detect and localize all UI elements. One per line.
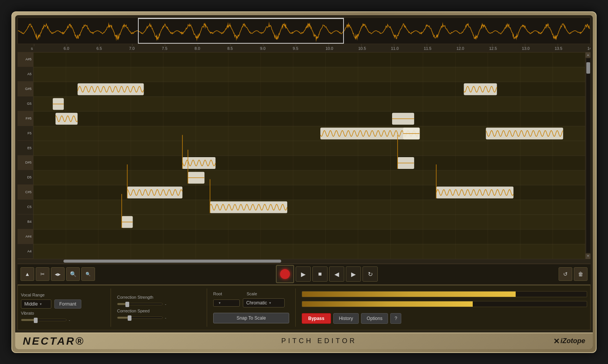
vibrato-label: Vibrato [21,311,104,315]
inner-frame: A#5A5G#5G5F#5F5E5D#5D5C#5C5B4A#4A4 ▲ ▼ ▲… [15,15,593,349]
vscroll-up-btn[interactable]: ▲ [586,52,591,58]
forward-icon: ▶ [351,271,356,278]
toolbar-right: ↺ 🗑 [559,267,587,281]
piano-key-label: A5 [27,72,32,76]
undo-btn[interactable]: ↺ [559,267,572,281]
piano-key-label: G#5 [25,87,32,91]
forward-btn[interactable]: ▶ [346,266,361,282]
scissors-icon: ✂ [40,271,45,277]
piano-key-cs5: C#5 [17,185,33,200]
bottom-controls: Vocal Range Middle ▼ Formant Vibrato - [17,285,591,330]
piano-key-label: A4 [27,249,32,253]
divider-3 [295,288,296,327]
piano-key-as5: A#5 [17,52,33,67]
correction-strength-row: - [117,302,201,306]
correction-strength-label: Correction Strength [117,295,201,299]
brand-nectar: NECTAR® [23,335,85,347]
waveform-overview[interactable] [17,17,591,44]
vibrato-row: - [21,318,104,322]
bypass-btn[interactable]: Bypass [302,313,331,324]
piano-keys: A#5A5G#5G5F#5F5E5D#5D5C#5C5B4A#4A4 [17,52,33,259]
piano-key-ds5: D#5 [17,156,33,170]
piano-key-label: B4 [27,220,32,224]
brand-title: PITCH EDITOR [281,337,357,345]
select-tool-btn[interactable]: ▲ [21,267,34,281]
vibrato-slider[interactable] [21,319,66,321]
action-buttons-row: Bypass History Options ? [302,313,587,324]
grid-area[interactable] [33,52,585,259]
options-btn[interactable]: Options [361,313,388,324]
ruler-canvas [17,44,591,52]
vocal-range-label: Vocal Range [21,293,104,297]
rewind-icon: ◀ [334,271,339,278]
correction-speed-slider[interactable] [117,317,163,319]
delete-btn[interactable]: 🗑 [574,267,587,281]
correction-strength-fill [117,303,127,305]
correction-speed-label: Correction Speed [117,309,201,313]
piano-key-label: C#5 [25,190,32,194]
scale-section: Root Scale ▼ Chromatic ▼ Sn [213,288,289,327]
stop-btn[interactable]: ■ [312,266,328,282]
piano-key-label: D#5 [25,161,32,164]
correction-strength-handle[interactable] [125,302,129,307]
vscroll-down-btn[interactable]: ▼ [586,254,591,259]
izotope-text: iZotope [560,337,585,345]
vibrato-handle[interactable] [34,318,38,323]
vscroll-thumb[interactable] [586,62,590,74]
piano-key-a5: A5 [17,67,33,82]
piano-key-label: D5 [27,175,32,179]
trim-tool-btn[interactable]: ◀▶ [51,267,65,281]
correction-speed-handle[interactable] [128,315,131,321]
correction-speed-value: - [165,315,171,320]
vscroll-track [586,58,590,253]
piano-key-label: F5 [27,131,32,135]
vocal-range-dropdown[interactable]: Middle ▼ [21,299,51,309]
snap-to-scale-btn[interactable]: Snap To Scale [213,313,289,323]
vertical-scrollbar[interactable]: ▲ ▼ [585,52,591,259]
vocal-range-section: Vocal Range Middle ▼ Formant Vibrato - [21,288,104,327]
piano-key-b4: B4 [17,214,33,229]
piano-key-label: G5 [27,102,32,106]
divider-1 [111,288,111,327]
trim-icon: ◀▶ [55,272,61,276]
piano-key-e5: E5 [17,141,33,156]
branding-bar: NECTAR® PITCH EDITOR ✕ iZotope [15,332,593,349]
root-label: Root [213,292,244,296]
help-btn[interactable]: ? [390,313,401,324]
piano-key-a4: A4 [17,244,33,259]
scale-dropdown[interactable]: Chromatic ▼ [243,298,285,307]
zoom-out-btn[interactable]: 🔍 [81,267,95,281]
horizontal-scrollbar[interactable] [17,259,591,263]
undo-icon: ↺ [563,271,568,277]
piano-key-label: A#5 [25,57,32,61]
correction-strength-slider[interactable] [117,303,163,305]
scale-dropdown-arrow: ▼ [269,301,272,305]
cursor-icon: ▲ [25,271,30,277]
root-scale-labels: Root Scale [213,292,289,296]
history-btn[interactable]: History [333,313,359,324]
meter-bar-fill-2 [302,301,473,307]
outer-frame: A#5A5G#5G5F#5F5E5D#5D5C#5C5B4A#4A4 ▲ ▼ ▲… [11,11,597,353]
vibrato-fill [21,319,35,321]
play-btn[interactable]: ▶ [296,266,311,282]
meter-section: Bypass History Options ? [302,288,587,327]
toolbar: ▲ ✂ ◀▶ 🔍 🔍 ▶ [17,263,591,285]
loop-btn[interactable]: ↻ [363,266,378,282]
cut-tool-btn[interactable]: ✂ [36,267,49,281]
record-btn[interactable] [276,265,294,283]
grid-canvas [33,52,585,259]
rewind-btn[interactable]: ◀ [329,266,344,282]
root-scale-row: ▼ Chromatic ▼ [213,298,289,307]
piano-key-c5: C5 [17,200,33,214]
correction-strength-value: - [165,302,171,306]
waveform-canvas [18,18,590,44]
correction-speed-row: - [117,315,201,320]
scrollbar-thumb[interactable] [63,260,281,263]
formant-btn[interactable]: Formant [54,299,81,309]
trash-icon: 🗑 [578,271,583,277]
vibrato-value: - [69,318,75,322]
brand-izotope: ✕ iZotope [553,337,585,346]
piano-key-d5: D5 [17,170,33,185]
root-dropdown[interactable]: ▼ [213,299,240,307]
zoom-in-btn[interactable]: 🔍 [66,267,80,281]
